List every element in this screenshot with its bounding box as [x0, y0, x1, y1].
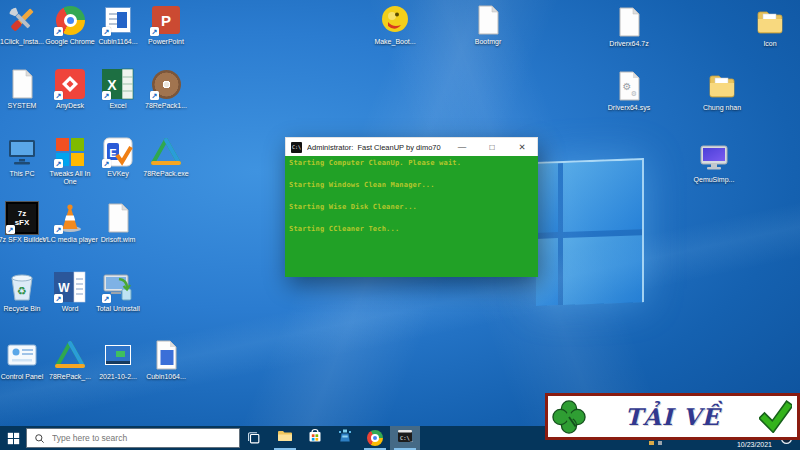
desktop-icon-qemusimp[interactable]: QemuSimp...	[686, 142, 742, 184]
task-view-icon	[247, 431, 261, 445]
winapp-icon: ↗	[102, 4, 134, 36]
desktop-icon-label: Chung nhan	[694, 104, 750, 112]
shortcut-arrow-icon: ↗	[54, 159, 63, 168]
desktop-icon-label: Cubin1064...	[138, 373, 194, 381]
taskbar-file-explorer-button[interactable]	[270, 426, 300, 450]
taskbar-microsoft-store-button[interactable]	[300, 426, 330, 450]
windows-wallpaper-logo	[536, 158, 644, 306]
console-output[interactable]: Starting Computer CleanUp. Please wait.S…	[285, 156, 538, 277]
taskbar-blue-app-button[interactable]	[330, 426, 360, 450]
uninstall-icon: ↗	[102, 271, 134, 303]
console-line: Starting Windows Clean Manager...	[289, 181, 536, 189]
command-prompt-window: C:\ Administrator: Fast CleanUP by dimo7…	[285, 137, 538, 277]
word-icon: W↗	[54, 271, 86, 303]
logo-pane	[563, 235, 642, 305]
recycle-icon: ♻	[6, 271, 38, 303]
desktop-icon-label: Bootmgr	[460, 38, 516, 46]
console-line: Starting CCleaner Tech...	[289, 225, 536, 233]
taskbar-search[interactable]	[26, 428, 240, 448]
chrome-icon	[367, 430, 383, 446]
desktop-icon-driverx64-7z[interactable]: Driverx64.7z	[601, 6, 657, 48]
excel-icon: X↗	[102, 68, 134, 100]
folder-icon	[706, 70, 738, 102]
close-button[interactable]: ✕	[507, 138, 537, 156]
desktop-icon-label: Make_Boot...	[367, 38, 423, 46]
desktop-icon-label: Drisoft.wim	[90, 236, 146, 244]
desktop-icon-chung-nhan[interactable]: Chung nhan	[694, 70, 750, 112]
download-banner[interactable]: TẢI VỀ	[545, 393, 800, 440]
maximize-button[interactable]: □	[477, 138, 507, 156]
shortcut-arrow-icon: ↗	[54, 294, 63, 303]
tri-icon	[150, 136, 182, 168]
shortcut-arrow-icon: ↗	[102, 159, 111, 168]
desktop-icon-label: 78RePack1...	[138, 102, 194, 110]
start-button[interactable]	[0, 426, 26, 450]
desktop-icon-driverx64-sys[interactable]: ⚙⚙Driverx64.sys	[601, 70, 657, 112]
desktop-icon-78repack-exe[interactable]: 78RePack.exe	[138, 136, 194, 178]
desktop-icon-label: 78RePack.exe	[138, 170, 194, 178]
desktop-icon-bootmgr[interactable]: Bootmgr	[460, 4, 516, 46]
desktop-icon-label: Icon	[742, 40, 798, 48]
svg-text:C:\_: C:\_	[400, 435, 413, 442]
command-prompt-icon: C:\_	[397, 428, 413, 448]
shortcut-arrow-icon: ↗	[102, 91, 111, 100]
microsoft-store-icon	[307, 428, 323, 448]
shortcut-arrow-icon: ↗	[6, 225, 15, 234]
desktop-icon-label: Driverx64.7z	[601, 40, 657, 48]
desktop-icon-cubin1064[interactable]: Cubin1064...	[138, 339, 194, 381]
shortcut-arrow-icon: ↗	[150, 91, 159, 100]
file-explorer-icon	[277, 428, 293, 448]
windows-flag-icon	[7, 432, 20, 445]
folder-icon	[754, 6, 786, 38]
desktop-icon-total-uninstall[interactable]: ↗Total Uninstall	[90, 271, 146, 313]
desktop-icon-label: Total Uninstall	[90, 305, 146, 313]
desktop-icon-powerpoint[interactable]: P↗PowerPoint	[138, 4, 194, 46]
controlpanel-icon	[6, 339, 38, 371]
svg-text:W: W	[58, 281, 70, 295]
svg-text:⚙: ⚙	[631, 90, 637, 97]
chrome-icon: ↗	[54, 4, 86, 36]
task-view-button[interactable]	[240, 426, 268, 450]
window-title: Administrator: Fast CleanUP by dimo70	[307, 143, 447, 152]
blue-app-icon	[337, 428, 353, 448]
desktop-icon-78repack1[interactable]: ↗78RePack1...	[138, 68, 194, 110]
shortcut-arrow-icon: ↗	[54, 27, 63, 36]
tools-icon	[6, 4, 38, 36]
cmd-icon: C:\	[291, 142, 302, 153]
doc-icon	[613, 6, 645, 38]
doc-icon	[6, 68, 38, 100]
desktop-icon-icon[interactable]: Icon	[742, 6, 798, 48]
sysdoc-icon: ⚙⚙	[613, 70, 645, 102]
search-icon	[34, 433, 45, 444]
powerpoint-icon: P↗	[150, 4, 182, 36]
desktop-icon-drisoft-wim[interactable]: Drisoft.wim	[90, 202, 146, 244]
screenshot-icon	[102, 339, 134, 371]
checkmark-icon	[759, 400, 792, 433]
svg-text:E: E	[109, 147, 116, 159]
monitor-icon	[698, 142, 730, 174]
window-titlebar[interactable]: C:\ Administrator: Fast CleanUP by dimo7…	[285, 137, 538, 156]
shortcut-arrow-icon: ↗	[54, 225, 63, 234]
tray-date[interactable]: 10/23/2021	[737, 441, 772, 448]
taskbar-command-prompt-button[interactable]: C:\_	[390, 426, 420, 450]
desktop-icon-make-boot[interactable]: Make_Boot...	[367, 4, 423, 46]
taskbar-apps: C:\_	[270, 426, 420, 450]
vlc-icon: ↗	[54, 202, 86, 234]
pacman-icon	[379, 4, 411, 36]
shortcut-arrow-icon: ↗	[150, 27, 159, 36]
tri-icon	[54, 339, 86, 371]
desktop-icon-label: PowerPoint	[138, 38, 194, 46]
search-input[interactable]	[50, 432, 214, 444]
desktop: 1Click_Insta...↗Google Chrome↗Cubin1164.…	[0, 0, 800, 450]
desktop-icon-label: QemuSimp...	[686, 176, 742, 184]
anydesk-icon: ↗	[54, 68, 86, 100]
doc-icon	[472, 4, 504, 36]
taskbar-chrome-button[interactable]	[360, 426, 390, 450]
evkey-icon: E↗	[102, 136, 134, 168]
console-line: Starting Wise Disk Cleaner...	[289, 203, 536, 211]
cd-icon: ↗	[150, 68, 182, 100]
minimize-button[interactable]: —	[447, 138, 477, 156]
logo-pane	[563, 160, 642, 232]
sevenz-icon: 7zsFX↗	[6, 202, 38, 234]
thispc-icon	[6, 136, 38, 168]
